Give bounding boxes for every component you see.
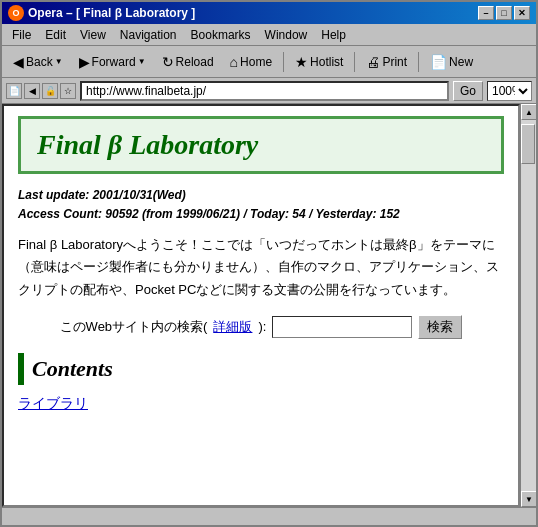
contents-bar-decoration	[18, 353, 24, 385]
new-icon: 📄	[430, 54, 447, 70]
menu-file[interactable]: File	[6, 26, 37, 44]
menu-navigation[interactable]: Navigation	[114, 26, 183, 44]
scroll-up-button[interactable]: ▲	[521, 104, 536, 120]
menu-help[interactable]: Help	[315, 26, 352, 44]
back-icon: ◀	[13, 54, 24, 70]
info-text: Last update: 2001/10/31(Wed) Access Coun…	[18, 186, 504, 224]
vertical-scrollbar: ▲ ▼	[520, 104, 536, 507]
site-title: Final β Laboratory	[37, 129, 258, 160]
contents-header: Contents	[18, 353, 504, 385]
library-link-wrap: ライブラリ	[18, 395, 504, 413]
home-icon: ⌂	[230, 54, 238, 70]
hotlist-button[interactable]: ★ Hotlist	[288, 49, 350, 75]
toolbar-separator2	[354, 52, 355, 72]
menu-bar: File Edit View Navigation Bookmarks Wind…	[2, 24, 536, 46]
intro-text: Final β Laboratoryへようこそ！ここでは「いつだってホントは最終…	[18, 234, 504, 300]
toolbar-separator	[283, 52, 284, 72]
menu-window[interactable]: Window	[259, 26, 314, 44]
scroll-track[interactable]	[521, 120, 536, 491]
minimize-button[interactable]: –	[478, 6, 494, 20]
title-bar-left: O Opera – [ Final β Laboratory ]	[8, 5, 195, 21]
hotlist-icon: ★	[295, 54, 308, 70]
forward-dropdown-icon: ▼	[138, 57, 146, 66]
address-input[interactable]	[86, 84, 443, 98]
print-button[interactable]: 🖨 Print	[359, 49, 414, 75]
toolbar: ◀ Back ▼ ▶ Forward ▼ ↻ Reload ⌂ Home ★ H…	[2, 46, 536, 78]
page-icon[interactable]: 📄	[6, 83, 22, 99]
window-title: Opera – [ Final β Laboratory ]	[28, 6, 195, 20]
menu-bookmarks[interactable]: Bookmarks	[185, 26, 257, 44]
search-label-end: ):	[258, 319, 266, 334]
print-icon: 🖨	[366, 54, 380, 70]
go-button[interactable]: Go	[453, 81, 483, 101]
status-bar	[2, 507, 536, 525]
address-icons: 📄 ◀ 🔓 ☆	[6, 83, 76, 99]
new-button[interactable]: 📄 New	[423, 49, 480, 75]
toolbar-separator3	[418, 52, 419, 72]
scroll-down-button[interactable]: ▼	[521, 491, 536, 507]
site-header: Final β Laboratory	[18, 116, 504, 174]
menu-edit[interactable]: Edit	[39, 26, 72, 44]
last-update: Last update: 2001/10/31(Wed)	[18, 186, 504, 205]
beta-symbol: β	[108, 129, 122, 160]
content-area: Final β Laboratory Last update: 2001/10/…	[2, 104, 536, 507]
maximize-button[interactable]: □	[496, 6, 512, 20]
opera-icon: O	[8, 5, 24, 21]
home-button[interactable]: ⌂ Home	[223, 49, 279, 75]
search-input[interactable]	[272, 316, 412, 338]
site-title-part2: Laboratory	[122, 129, 258, 160]
forward-button[interactable]: ▶ Forward ▼	[72, 49, 153, 75]
library-link[interactable]: ライブラリ	[18, 395, 88, 411]
back-dropdown-icon: ▼	[55, 57, 63, 66]
bookmark-small-icon[interactable]: ☆	[60, 83, 76, 99]
back-small-icon[interactable]: ◀	[24, 83, 40, 99]
search-row: このWebサイト内の検索(詳細版): 検索	[18, 315, 504, 339]
page-content: Final β Laboratory Last update: 2001/10/…	[2, 104, 520, 507]
contents-title: Contents	[32, 356, 113, 382]
forward-icon: ▶	[79, 54, 90, 70]
menu-view[interactable]: View	[74, 26, 112, 44]
scroll-thumb[interactable]	[521, 124, 535, 164]
zoom-select[interactable]: 100%	[487, 81, 532, 101]
site-title-part1: Final	[37, 129, 108, 160]
back-button[interactable]: ◀ Back ▼	[6, 49, 70, 75]
lock-icon[interactable]: 🔓	[42, 83, 58, 99]
address-input-wrap	[80, 81, 449, 101]
search-label: このWebサイト内の検索(	[60, 318, 208, 336]
search-detail-link[interactable]: 詳細版	[213, 318, 252, 336]
access-count: Access Count: 90592 (from 1999/06/21) / …	[18, 205, 504, 224]
title-bar: O Opera – [ Final β Laboratory ] – □ ✕	[2, 2, 536, 24]
address-bar: 📄 ◀ 🔓 ☆ Go 100%	[2, 78, 536, 104]
reload-button[interactable]: ↻ Reload	[155, 49, 221, 75]
close-button[interactable]: ✕	[514, 6, 530, 20]
title-bar-buttons: – □ ✕	[478, 6, 530, 20]
main-window: O Opera – [ Final β Laboratory ] – □ ✕ F…	[0, 0, 538, 527]
search-button[interactable]: 検索	[418, 315, 462, 339]
reload-icon: ↻	[162, 54, 174, 70]
